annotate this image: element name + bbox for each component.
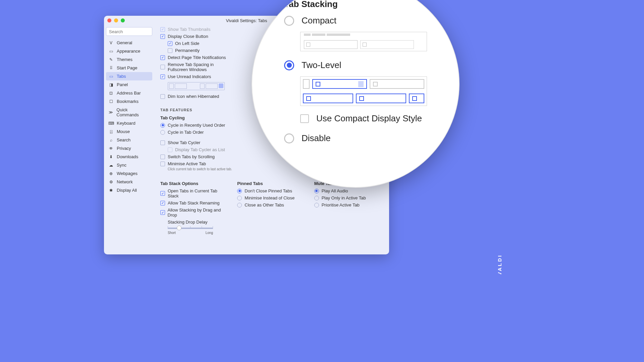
checkbox-icon: [160, 201, 165, 205]
themes-icon: ✎: [109, 57, 113, 62]
sidebar-item-label: Panel: [117, 82, 128, 87]
radio-icon: [237, 189, 242, 193]
tab-stacking-title: Tab Stacking: [284, 0, 427, 9]
minimize-window-button[interactable]: [114, 18, 118, 22]
appearance-icon: ▭: [109, 49, 113, 54]
stacking-two-level-option[interactable]: Two-Level: [284, 60, 427, 70]
sidebar-item-label: Start Page: [117, 65, 137, 70]
stack-header: Tab Stack Options: [160, 181, 229, 186]
sidebar-item-themes[interactable]: ✎Themes: [106, 55, 152, 64]
stacking-disable-option[interactable]: Disable: [284, 133, 427, 143]
show-cycler-row[interactable]: Show Tab Cycler: [160, 139, 268, 146]
close-window-button[interactable]: [107, 18, 111, 22]
sidebar-item-start-page[interactable]: ⠿Start Page: [106, 64, 152, 72]
sidebar-item-sync[interactable]: ☁Sync: [106, 161, 152, 169]
pinned-close-other-row[interactable]: Close as Other Tabs: [237, 201, 306, 208]
sidebar-item-privacy[interactable]: 👁Privacy: [106, 144, 152, 153]
search-icon: ⌕: [109, 138, 113, 142]
compact-diagram: [300, 32, 427, 51]
radio-icon: [160, 130, 165, 135]
sidebar-item-label: Sync: [117, 163, 126, 168]
sidebar-item-label: Network: [117, 179, 133, 184]
use-compact-style-option[interactable]: Use Compact Display Style: [300, 113, 427, 124]
checkbox-icon: [160, 65, 165, 69]
sidebar-item-address-bar[interactable]: ⊡Address Bar: [106, 89, 152, 97]
checkbox-icon: [168, 48, 172, 53]
mute-active-only-row[interactable]: Play Only in Active Tab: [314, 194, 383, 201]
sidebar-item-panel[interactable]: ◨Panel: [106, 80, 152, 89]
option-label: Don't Close Pinned Tabs: [245, 188, 292, 193]
option-label: Show Tab Cycler: [168, 140, 200, 145]
cycle-order-row[interactable]: Cycle in Tab Order: [160, 129, 268, 136]
sidebar-item-label: Bookmarks: [117, 99, 139, 104]
stack-delay-label: Stacking Drop Delay: [168, 219, 229, 226]
window-title: Vivaldi Settings: Tabs: [226, 18, 267, 23]
stack-drag-row[interactable]: Allow Stacking by Drag and Drop: [160, 206, 229, 219]
cycling-header: Tab Cycling: [160, 115, 268, 120]
vivaldi-brand: VIVALDI: [497, 254, 502, 274]
option-label: Remove Tab Spacing in Fullscreen Windows: [168, 62, 215, 72]
slider-thumb[interactable]: [177, 226, 181, 230]
option-label: Detect Page Title Notifications: [168, 55, 226, 60]
stack-rename-row[interactable]: Allow Tab Stack Renaming: [160, 199, 229, 206]
bookmarks-icon: ☐: [109, 99, 113, 104]
sidebar-item-label: Mouse: [117, 129, 130, 134]
mute-play-all-row[interactable]: Play All Audio: [314, 187, 383, 194]
option-label: On Left Side: [175, 41, 199, 46]
sidebar-item-bookmarks[interactable]: ☐Bookmarks: [106, 97, 152, 106]
sidebar-item-display-all[interactable]: ✱Display All: [106, 186, 152, 194]
radio-icon: [160, 123, 165, 128]
sidebar-item-network[interactable]: ⚙Network: [106, 178, 152, 186]
option-label: Cycle in Tab Order: [168, 130, 204, 135]
maximize-window-button[interactable]: [121, 18, 125, 22]
stack-open-row[interactable]: Open Tabs in Current Tab Stack: [160, 187, 229, 199]
option-label: Disable: [302, 133, 331, 143]
radio-icon: [314, 203, 319, 207]
option-label: Compact: [302, 15, 336, 26]
sidebar-item-keyboard[interactable]: ⌨Keyboard: [106, 119, 152, 127]
webpages-icon: ⊕: [109, 171, 113, 176]
sidebar-item-label: General: [117, 40, 132, 45]
option-label: Play Only in Active Tab: [322, 195, 366, 200]
sidebar-item-webpages[interactable]: ⊕Webpages: [106, 169, 152, 178]
sidebar-item-tabs[interactable]: ▭Tabs: [106, 72, 152, 80]
drop-delay-slider[interactable]: ShortLong: [168, 228, 213, 235]
mute-prioritise-row[interactable]: Prioritise Active Tab: [314, 201, 383, 208]
sidebar-item-label: Display All: [117, 188, 137, 193]
mouse-icon: ⍓: [109, 129, 113, 134]
keyboard-icon: ⌨: [109, 121, 113, 126]
start-page-icon: ⠿: [109, 66, 113, 70]
scroll-switch-row[interactable]: Switch Tabs by Scrolling: [160, 153, 268, 160]
radio-icon: [284, 133, 294, 143]
sidebar-item-search[interactable]: ⌕Search: [106, 136, 152, 144]
radio-icon: [284, 60, 294, 70]
pinned-header: Pinned Tabs: [237, 181, 306, 186]
sidebar-item-quick-commands[interactable]: ≫Quick Commands: [106, 106, 152, 119]
quick-commands-icon: ≫: [109, 110, 113, 115]
sidebar-item-label: Webpages: [117, 171, 138, 176]
sidebar-item-general[interactable]: VGeneral: [106, 39, 152, 47]
search-input[interactable]: [106, 27, 152, 36]
pinned-dont-close-row[interactable]: Don't Close Pinned Tabs: [237, 187, 306, 194]
sidebar-item-mouse[interactable]: ⍓Mouse: [106, 127, 152, 136]
slider-min: Short: [168, 231, 176, 235]
option-label: Allow Stacking by Drag and Drop: [168, 207, 229, 218]
radio-icon: [314, 189, 319, 193]
cycle-recent-row[interactable]: Cycle in Recently Used Order: [160, 122, 268, 129]
sidebar-item-label: Downloads: [117, 154, 138, 159]
sidebar-item-label: Tabs: [117, 74, 126, 79]
display-all-icon: ✱: [109, 188, 113, 193]
option-label: Use Compact Display Style: [316, 113, 422, 124]
checkbox-icon: [160, 34, 165, 39]
option-label: Play All Audio: [322, 188, 348, 193]
stacking-compact-option[interactable]: Compact: [284, 15, 427, 26]
checkbox-icon: [168, 147, 172, 152]
pinned-minimise-row[interactable]: Minimise Instead of Close: [237, 194, 306, 201]
sidebar-item-downloads[interactable]: ⬇Downloads: [106, 153, 152, 161]
minimise-active-row[interactable]: Minimise Active Tab: [160, 160, 268, 167]
radio-icon: [314, 196, 319, 200]
unread-preview: [168, 82, 225, 90]
sidebar-item-appearance[interactable]: ▭Appearance: [106, 47, 152, 55]
cycler-list-row[interactable]: Display Tab Cycler as List: [168, 146, 268, 153]
downloads-icon: ⬇: [109, 155, 113, 159]
